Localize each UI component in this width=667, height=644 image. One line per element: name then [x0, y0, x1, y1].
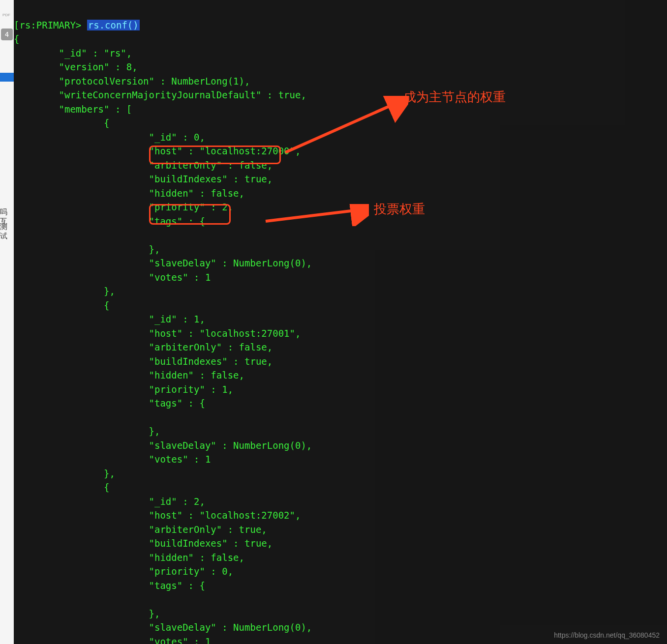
output-line: "host" : "localhost:27001",: [14, 328, 301, 339]
prompt-bracket: [: [14, 20, 19, 30]
sidebar: PDF 4 吗互 测试: [0, 0, 14, 644]
output-line: "buildIndexes" : true,: [14, 356, 273, 367]
output-line: "buildIndexes" : true,: [14, 174, 273, 184]
output-line: },: [14, 608, 160, 619]
output-line: "buildIndexes" : true,: [14, 538, 273, 549]
output-line: {: [14, 300, 109, 311]
output-line: "members" : [: [14, 104, 132, 115]
output-line-priority: "priority" : 2,: [14, 202, 233, 212]
sidebar-badge: 4: [1, 29, 13, 40]
output-line: "_id" : 0,: [14, 132, 205, 143]
output-line: "votes" : 1: [14, 454, 211, 465]
output-line: "hidden" : false,: [14, 370, 244, 381]
terminal-window[interactable]: [rs:PRIMARY> rs.conf() { "_id" : "rs", "…: [14, 0, 667, 644]
output-line: {: [14, 117, 109, 128]
output-line: "arbiterOnly" : false,: [14, 342, 273, 352]
output-line: {: [14, 33, 19, 44]
output-line: "_id" : "rs",: [14, 48, 132, 59]
watermark-text: https://blog.csdn.net/qq_36080452: [554, 631, 660, 639]
output-line: {: [14, 482, 109, 493]
output-line: "writeConcernMajorityJournalDefault" : t…: [14, 89, 306, 100]
pdf-icon-label: PDF: [2, 13, 10, 17]
output-line: "tags" : {: [14, 398, 205, 409]
output-line: "arbiterOnly" : false,: [14, 160, 273, 171]
output-line: "priority" : 0,: [14, 566, 233, 577]
output-line: "slaveDelay" : NumberLong(0),: [14, 440, 312, 451]
output-line: "_id" : 2,: [14, 496, 205, 507]
output-line: "host" : "localhost:27000",: [14, 146, 301, 156]
output-line: "slaveDelay" : NumberLong(0),: [14, 622, 312, 633]
output-line: "arbiterOnly" : true,: [14, 524, 267, 535]
command-text: rs.conf(): [87, 20, 140, 30]
output-line: "votes" : 1: [14, 636, 211, 644]
output-line: },: [14, 286, 115, 296]
output-line: "protocolVersion" : NumberLong(1),: [14, 76, 250, 87]
output-line: },: [14, 244, 160, 255]
output-line: "slaveDelay" : NumberLong(0),: [14, 258, 312, 268]
output-line: },: [14, 426, 160, 437]
output-line: "version" : 8,: [14, 61, 138, 72]
output-line-votes: "votes" : 1: [14, 272, 211, 283]
sidebar-text-2: 测试: [0, 222, 14, 241]
output-line: "hidden" : false,: [14, 552, 244, 563]
prompt-line: [rs:PRIMARY> rs.conf(): [14, 20, 140, 30]
output-line: "host" : "localhost:27002",: [14, 510, 301, 521]
output-line: "tags" : {: [14, 580, 205, 591]
output-line: "hidden" : false,: [14, 188, 244, 199]
annotation-votes: 投票权重: [374, 201, 425, 218]
sidebar-highlight: [0, 73, 14, 82]
output-line: "priority" : 1,: [14, 384, 233, 395]
prompt-text: rs:PRIMARY>: [19, 20, 81, 30]
output-line: "_id" : 1,: [14, 314, 205, 324]
annotation-priority: 成为主节点的权重: [403, 88, 506, 106]
output-line: "tags" : {: [14, 216, 205, 227]
output-line: },: [14, 468, 115, 479]
